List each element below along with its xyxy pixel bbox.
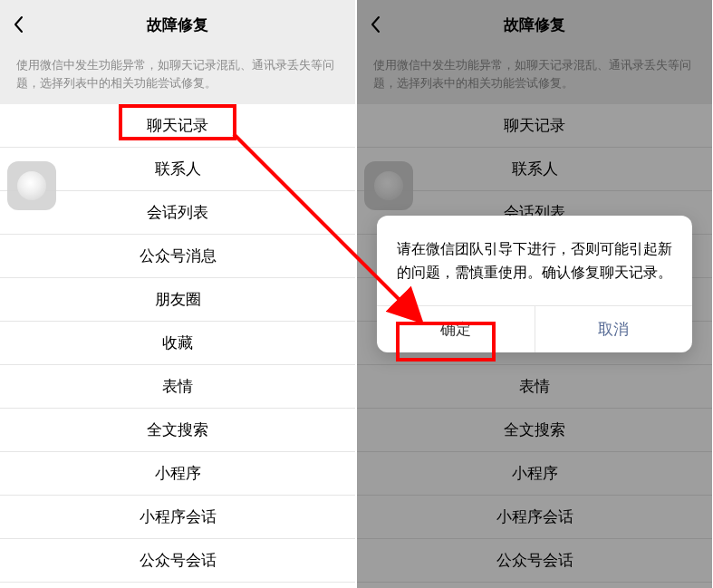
dialog-message: 请在微信团队引导下进行，否则可能引起新的问题，需慎重使用。确认修复聊天记录。 [377, 216, 692, 305]
list-item-official-msgs[interactable]: 公众号消息 [0, 235, 355, 278]
page-title: 故障修复 [147, 14, 208, 35]
list-item-official-session[interactable]: 公众号会话 [0, 539, 355, 583]
header: 故障修复 [0, 0, 355, 49]
assistive-touch-icon[interactable] [7, 161, 56, 210]
list-item-moments[interactable]: 朋友圈 [0, 278, 355, 322]
annotation-highlight-2 [396, 322, 496, 361]
list-item-miniprogram-session[interactable]: 小程序会话 [0, 496, 355, 539]
description-text: 使用微信中发生功能异常，如聊天记录混乱、通讯录丢失等问题，选择列表中的相关功能尝… [0, 49, 355, 104]
list-item-miniprogram[interactable]: 小程序 [0, 452, 355, 496]
list-item-stickers[interactable]: 表情 [0, 365, 355, 409]
screen-before: 故障修复 使用微信中发生功能异常，如聊天记录混乱、通讯录丢失等问题，选择列表中的… [0, 0, 355, 588]
list-item-subscription-msgs[interactable]: 订阅号消息 [0, 583, 355, 588]
screen-after: 故障修复 使用微信中发生功能异常，如聊天记录混乱、通讯录丢失等问题，选择列表中的… [357, 0, 712, 588]
list-item-fulltext-search[interactable]: 全文搜索 [0, 409, 355, 452]
back-icon[interactable] [13, 15, 24, 34]
cancel-button[interactable]: 取消 [535, 306, 693, 352]
annotation-highlight-1 [119, 104, 236, 140]
list-item-favorites[interactable]: 收藏 [0, 322, 355, 365]
